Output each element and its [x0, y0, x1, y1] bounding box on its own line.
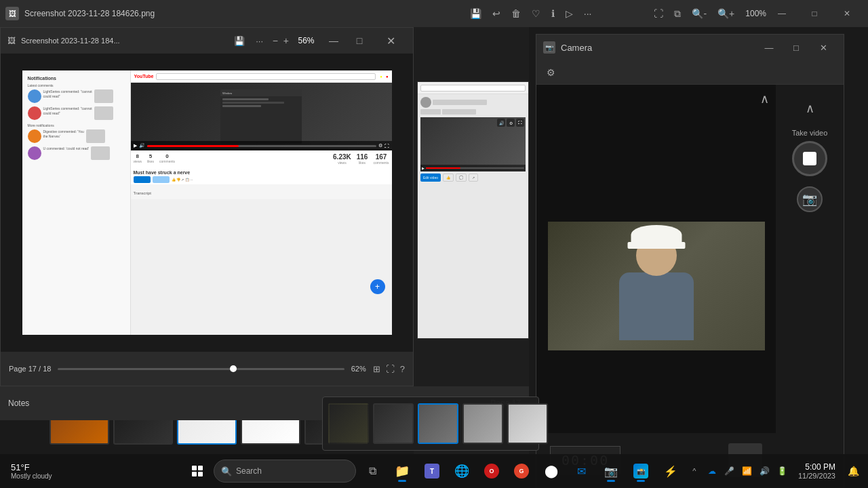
fullscreen-icon[interactable]: ⛶	[654, 8, 663, 19]
camera-main: ∧ ∨ ∧ Take video 📷	[536, 85, 844, 487]
opera-gx-button[interactable]: G	[508, 458, 535, 485]
pv-zoom-out-icon[interactable]: −	[273, 35, 278, 46]
yt-dot2: ●	[386, 75, 389, 79]
tray-wifi-icon[interactable]: 📶	[740, 464, 755, 479]
camera-close-btn[interactable]: ✕	[810, 35, 837, 60]
pv-minimize-button[interactable]: —	[323, 31, 344, 50]
maximize-button[interactable]: □	[799, 0, 830, 27]
stat-big-likes: 116 likes	[357, 153, 368, 165]
clock-widget[interactable]: 5:00 PM 11/29/2023	[793, 462, 841, 480]
sp-row-2	[420, 109, 526, 115]
camera-titlebar: 📷 Camera — □ ✕	[536, 35, 844, 60]
taskbar-preview-item-4[interactable]	[462, 403, 503, 444]
share-icon[interactable]: ▷	[566, 8, 573, 19]
grid-view-icon[interactable]: ⊞	[373, 364, 380, 374]
transcript-area: Transcript	[131, 184, 392, 199]
notif-avatar-2	[28, 106, 41, 120]
pv-maximize-button[interactable]: □	[349, 31, 370, 50]
photos-active-bar	[637, 480, 645, 482]
camera-minimize-btn[interactable]: —	[755, 35, 783, 60]
sp-edit-btn[interactable]: Edit video	[420, 174, 441, 182]
take-photo-button[interactable]: 📷	[797, 186, 823, 212]
taskbar-tray: ^ ☁ 🎤 📶 🔊 🔋 5:00 PM 11/29/2023 🔔	[687, 458, 868, 485]
tray-expand-btn[interactable]: ^	[687, 464, 702, 479]
file-explorer-button[interactable]: 📁	[389, 458, 416, 485]
sp-like-icon[interactable]: 👍	[443, 174, 454, 182]
notes-label: Notes	[8, 399, 29, 408]
transcript-label: Transcript	[134, 191, 151, 195]
tray-mic-icon[interactable]: 🎤	[722, 464, 737, 479]
notif-thumb-4	[91, 146, 110, 160]
help-icon[interactable]: ?	[400, 364, 405, 374]
edge-button[interactable]: 🌐	[448, 458, 475, 485]
photos-button[interactable]: 📸	[627, 458, 654, 485]
pv-zoom-in-icon[interactable]: +	[283, 35, 289, 46]
heart-icon[interactable]: ♡	[532, 8, 540, 19]
zoom-in-icon[interactable]: 🔍+	[717, 8, 734, 19]
weather-widget[interactable]: 51°F Mostly cloudy	[5, 461, 58, 481]
pv-more-icon[interactable]: ···	[252, 33, 267, 48]
save-icon[interactable]: 💾	[470, 8, 481, 19]
sp-share-btn[interactable]: ↗	[469, 174, 478, 182]
camera-active-bar	[607, 480, 615, 482]
taskbar-preview-item-1[interactable]	[328, 403, 369, 444]
more-icon[interactable]: ···	[584, 8, 592, 19]
minimize-button[interactable]: —	[766, 0, 797, 27]
search-bar[interactable]: 🔍 Search	[214, 460, 356, 483]
rotate-icon[interactable]: ↩	[492, 8, 500, 19]
sp-body: 🔊 ⚙ ⛶ ▶ Edit video 👍 💬 ↗	[418, 94, 528, 184]
take-video-button[interactable]: Take video	[792, 129, 828, 176]
zoom-out-icon[interactable]: 🔍-	[692, 8, 707, 19]
taskbar-preview-item-3[interactable]	[418, 403, 458, 444]
opera-button[interactable]: O	[478, 458, 505, 485]
task-view-button[interactable]: ⧉	[359, 458, 386, 485]
chrome-icon: ⬤	[545, 464, 558, 479]
notification-item-2: LightSeries commented: "cannotcould read…	[28, 106, 125, 120]
record-button[interactable]	[792, 141, 827, 176]
sp-dislike-icon[interactable]: 💬	[456, 174, 467, 182]
camera-chevron-up[interactable]: ∧	[776, 98, 844, 119]
tray-onedrive-icon[interactable]: ☁	[705, 464, 719, 479]
fab-button[interactable]: +	[370, 279, 385, 294]
teams-button[interactable]: T	[418, 458, 446, 485]
take-video-label: Take video	[792, 129, 828, 137]
app-icon: 🖼	[5, 7, 19, 20]
taskbar-preview-item-2[interactable]	[373, 403, 414, 444]
close-button[interactable]: ✕	[831, 0, 863, 27]
camera-settings-icon[interactable]: ⚙	[543, 65, 558, 80]
mail-button[interactable]: ✉	[568, 458, 595, 485]
start-button[interactable]	[184, 458, 211, 485]
notification-button[interactable]: 🔔	[844, 458, 863, 485]
taskbar-preview-item-5[interactable]	[507, 403, 548, 444]
camera-live-feed	[548, 222, 765, 350]
folder-icon: 📁	[395, 464, 410, 479]
fit-icon[interactable]: ⛶	[386, 364, 395, 374]
onedrive-icon: ☁	[708, 466, 716, 476]
photo-viewer-titlebar: 🖼 Screenshot 2023-11-28 184... 💾 ··· − +…	[1, 28, 413, 54]
pv-close-button[interactable]: ✕	[375, 28, 406, 54]
pv-app-icon: 🖼	[7, 36, 16, 45]
delete-icon[interactable]: 🗑	[511, 8, 521, 19]
pv-save-icon[interactable]: 💾	[232, 33, 247, 48]
sp-video-preview: 🔊 ⚙ ⛶ ▶	[420, 117, 526, 171]
camera-up-chevron[interactable]: ∧	[760, 92, 769, 106]
camera-taskbar-button[interactable]: 📷	[597, 458, 625, 485]
chrome-button[interactable]: ⬤	[538, 458, 565, 485]
person-body	[619, 272, 694, 340]
camera-maximize-btn[interactable]: □	[783, 35, 810, 60]
dev-button[interactable]: ⚡	[657, 458, 684, 485]
tray-battery-icon[interactable]: 🔋	[775, 464, 790, 479]
window-icon[interactable]: ⧉	[674, 8, 681, 20]
pv-slider[interactable]	[58, 368, 344, 370]
sp-content: 🔊 ⚙ ⛶ ▶ Edit video 👍 💬 ↗	[418, 82, 528, 338]
sp-text-3	[442, 109, 476, 115]
nested-window: Window	[220, 89, 302, 144]
opera-icon: O	[484, 464, 499, 479]
notification-item-1: LightSeries commented: "cannotcould read…	[28, 89, 125, 103]
notification-icon: 🔔	[848, 466, 859, 476]
info-icon[interactable]: ℹ	[551, 8, 555, 19]
pv-zoom-info: 62%	[351, 365, 366, 373]
teams-icon: T	[425, 464, 439, 479]
sp-search-bar	[420, 85, 526, 92]
tray-volume-icon[interactable]: 🔊	[757, 464, 772, 479]
